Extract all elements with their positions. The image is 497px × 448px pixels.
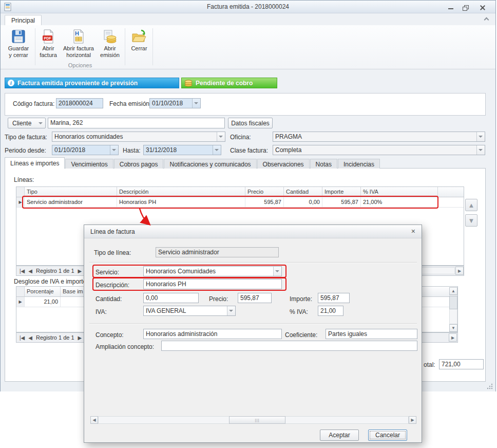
cantidad-label: Cantidad: [95, 295, 122, 303]
column-header[interactable]: Precio [245, 187, 284, 197]
nav-next-icon[interactable]: ▶ [78, 335, 82, 341]
dropdown-zone[interactable] [213, 145, 221, 155]
cell-importe[interactable]: 595,87 [322, 197, 361, 208]
row-selector-marker[interactable]: ▶ [16, 197, 25, 208]
cell-descripcion[interactable]: Honorarios PH [117, 197, 245, 208]
scroll-right-button[interactable]: ▶ [409, 416, 416, 424]
dropdown-zone[interactable] [217, 132, 225, 141]
nav-prev-icon[interactable]: ◀ [28, 335, 32, 341]
dialog-close-icon[interactable]: × [411, 227, 415, 235]
coeficiente-field[interactable]: Partes iguales [326, 329, 417, 339]
right-arrow-icon: ▶ [458, 269, 461, 273]
iva-field[interactable]: IVA GENERAL [143, 306, 236, 316]
ribbon-button-label: Abrir [37, 45, 60, 52]
column-header[interactable]: Descripción [117, 187, 245, 197]
horizontal-invoice-icon: H [71, 29, 86, 44]
servicio-field[interactable]: Honorarios Comunidades [143, 266, 282, 276]
periodo-desde-field[interactable]: 01/10/2018 [52, 145, 119, 155]
tab-strip: Líneas e importes Vencimientos Cobros pa… [5, 158, 380, 169]
aceptar-button[interactable]: Aceptar [320, 430, 359, 441]
dropdown-zone[interactable] [273, 267, 281, 276]
tab-notas[interactable]: Notas [310, 159, 337, 169]
column-header[interactable]: Cantidad [284, 187, 322, 197]
cell-cantidad[interactable]: 0,00 [284, 197, 322, 208]
cell-porcentaje[interactable]: 21,00 [25, 297, 61, 307]
nav-next-icon[interactable]: ▶ [78, 268, 82, 274]
table-row: ▶ Servicio administrador Honorarios PH 5… [16, 197, 464, 208]
guardar-y-cerrar-button[interactable]: Guardar y cerrar [4, 27, 33, 64]
horizontal-scrollbar-thumb[interactable]: ||| [229, 416, 285, 424]
cell-precio[interactable]: 595,87 [245, 197, 284, 208]
ampliacion-concepto-label: Ampliación concepto: [95, 343, 154, 350]
precio-field[interactable]: 595,87 [238, 293, 272, 303]
vertical-scrollbar-thumb[interactable] [449, 296, 457, 309]
oficina-field[interactable]: PRAGMA [273, 132, 485, 142]
chevron-down-icon [215, 149, 219, 151]
cantidad-field[interactable]: 0,00 [143, 293, 199, 303]
restore-button[interactable] [461, 4, 472, 11]
importe-field[interactable]: 595,87 [318, 293, 350, 303]
nav-first-icon[interactable]: |◀ [20, 335, 25, 341]
dropdown-zone[interactable] [476, 145, 485, 155]
row-selector-marker[interactable]: ▶ [16, 297, 25, 307]
clase-factura-label: Clase factura: [230, 147, 268, 154]
scroll-up-button[interactable]: ▲ [449, 287, 457, 295]
dropdown-zone[interactable] [476, 132, 485, 141]
window-title: Factura emitida - 2018000024 [1, 3, 495, 10]
scroll-left-button[interactable]: ◀ [90, 416, 98, 424]
importe-total-field[interactable]: 721,00 [439, 359, 484, 369]
abrir-factura-button[interactable]: PDF Abrir factura [36, 27, 60, 64]
concepto-field[interactable]: Honorarios administración [143, 329, 282, 339]
chevron-down-icon [219, 136, 223, 138]
abrir-factura-horizontal-button[interactable]: H Abrir factura horizontal [61, 27, 96, 64]
cliente-split-button[interactable]: Cliente [8, 118, 46, 128]
move-row-down-button[interactable]: ▼ [465, 214, 477, 227]
svg-text:PDF: PDF [44, 36, 52, 40]
tab-observaciones[interactable]: Observaciones [257, 159, 310, 169]
nav-first-icon[interactable]: |◀ [20, 268, 25, 274]
nav-prev-icon[interactable]: ◀ [28, 268, 32, 274]
cell-iva[interactable]: 21,00% [361, 197, 438, 208]
hasta-field[interactable]: 31/12/2018 [143, 145, 221, 155]
move-row-up-button[interactable]: ▲ [465, 199, 477, 211]
tab-vencimientos[interactable]: Vencimientos [65, 159, 113, 169]
dropdown-zone[interactable] [192, 99, 200, 108]
column-header[interactable]: Tipo [25, 187, 117, 197]
column-header[interactable]: Porcentaje [25, 287, 61, 297]
ribbon-tab-row: Principal [1, 14, 495, 25]
column-header[interactable]: Importe [322, 187, 361, 197]
resize-grip[interactable] [486, 383, 493, 389]
pct-iva-field[interactable]: 21,00 [318, 306, 343, 316]
scroll-right-button[interactable]: ▶ [455, 267, 464, 275]
collapse-ribbon-icon[interactable] [484, 17, 489, 23]
cell-tipo[interactable]: Servicio administrador [25, 197, 117, 208]
tab-cobros-pagos[interactable]: Cobros pagos [114, 159, 164, 169]
close-button[interactable] [477, 4, 488, 11]
column-header[interactable]: % IVA [361, 187, 438, 197]
cliente-field[interactable]: Marina, 262 [48, 118, 225, 128]
tab-lineas-e-importes[interactable]: Líneas e importes [5, 157, 65, 169]
fecha-emision-field[interactable]: 01/10/2018 [149, 98, 201, 108]
scroll-down-button[interactable]: ▼ [449, 324, 457, 332]
dropdown-zone[interactable] [110, 145, 118, 155]
tipo-linea-field: Servicio administrador [156, 247, 279, 257]
datos-fiscales-button[interactable]: Datos fiscales [228, 118, 273, 128]
descripcion-field[interactable]: Honorarios PH [143, 279, 282, 289]
minimize-button[interactable] [445, 4, 456, 11]
tab-notificaciones[interactable]: Notificaciones y comunicados [164, 159, 256, 169]
abrir-emision-button[interactable]: Abrir emisión [97, 27, 123, 64]
cancelar-button[interactable]: Cancelar [368, 430, 407, 441]
dropdown-zone[interactable] [227, 306, 235, 315]
ampliacion-concepto-field[interactable] [161, 341, 417, 351]
cerrar-button[interactable]: Cerrar [127, 27, 151, 64]
ribbon-tab-principal[interactable]: Principal [5, 15, 42, 26]
tipo-factura-field[interactable]: Honorarios comunidades [52, 132, 225, 142]
tab-incidencias[interactable]: Incidencias [338, 159, 380, 169]
info-icon: i [8, 80, 14, 86]
iva-label: IVA: [95, 308, 107, 315]
codigo-factura-field[interactable]: 2018000024 [56, 98, 103, 108]
tipo-linea-label: Tipo de línea: [94, 249, 131, 256]
clase-factura-field[interactable]: Completa [273, 145, 485, 155]
codigo-factura-label: Código factura: [13, 100, 54, 107]
scroll-right-button[interactable]: ▶ [449, 333, 457, 342]
